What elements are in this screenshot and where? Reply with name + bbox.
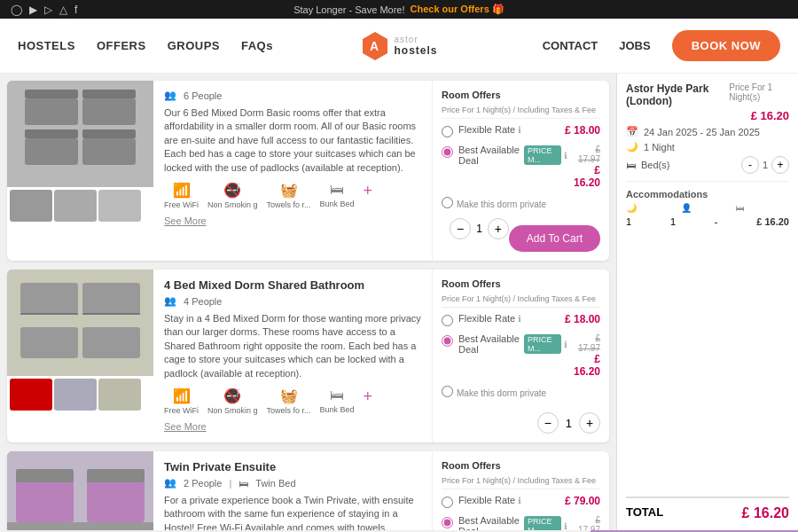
flexible-rate-2: Flexible Rate ℹ £ 18.00 bbox=[442, 313, 600, 326]
room-thumb-1c[interactable] bbox=[98, 190, 141, 222]
nav-faqs[interactable]: FAQs bbox=[241, 39, 273, 52]
svg-rect-7 bbox=[25, 138, 78, 165]
qty-minus-2[interactable]: − bbox=[537, 412, 559, 434]
accom-icons-header: 🌙 👤 🛏 bbox=[626, 203, 789, 213]
svg-text:A: A bbox=[370, 39, 379, 53]
topbar-offer-link[interactable]: Check our Offers 🎁 bbox=[411, 4, 505, 15]
main-content: 👥 6 People Our 6 Bed Mixed Dorm Basic ro… bbox=[0, 74, 798, 530]
tiktok-icon[interactable]: ▶ bbox=[29, 4, 37, 16]
best-deal-prices-1: £ 17.97 £ 16.20 bbox=[573, 145, 600, 189]
best-deal-radio-1[interactable] bbox=[442, 146, 453, 158]
sidebar-nights-row: 🌙 1 Night bbox=[626, 141, 789, 153]
svg-rect-21 bbox=[16, 469, 74, 482]
best-deal-info-icon-1[interactable]: ℹ bbox=[564, 151, 567, 160]
make-private-1[interactable]: Make this dorm private bbox=[457, 200, 546, 209]
svg-rect-3 bbox=[25, 98, 78, 125]
nav-contact[interactable]: CONTACT bbox=[543, 39, 598, 52]
offers-title-3: Room Offers bbox=[442, 460, 600, 471]
qty-minus-sidebar-1[interactable]: − bbox=[450, 218, 471, 239]
flexible-info-icon-3[interactable]: ℹ bbox=[518, 496, 521, 505]
total-price: £ 16.20 bbox=[742, 505, 789, 521]
best-deal-prices-2: £ 17.97 £ 16.20 bbox=[573, 333, 600, 378]
accom-val-nights: 1 bbox=[626, 216, 631, 227]
room-images-1 bbox=[7, 81, 153, 261]
svg-rect-15 bbox=[82, 327, 140, 358]
svg-rect-10 bbox=[82, 129, 136, 138]
bedtype-accom-icon: 🛏 bbox=[736, 203, 745, 213]
pinterest-icon[interactable]: △ bbox=[59, 4, 67, 16]
room-capacity-2: 👥 4 People bbox=[164, 295, 421, 307]
flexible-rate-radio-2[interactable] bbox=[442, 315, 453, 326]
moon-accom-icon: 🌙 bbox=[626, 203, 637, 213]
qty-minus-sidebar[interactable]: - bbox=[741, 156, 759, 174]
add-to-cart-button-1[interactable]: Add To Cart bbox=[509, 225, 600, 252]
flexible-rate-radio-3[interactable] bbox=[442, 497, 453, 508]
sidebar-dates-row: 📅 24 Jan 2025 - 25 Jan 2025 bbox=[626, 126, 789, 137]
see-more-1[interactable]: See More bbox=[164, 215, 207, 226]
make-private-row-1: Make this dorm private bbox=[442, 196, 600, 209]
amenity-more-1[interactable]: + bbox=[364, 182, 373, 209]
room-offers-2: Room Offers Price For 1 Night(s) / Inclu… bbox=[432, 270, 609, 442]
flexible-info-icon-2[interactable]: ℹ bbox=[518, 314, 521, 324]
room-thumb-2a[interactable] bbox=[10, 379, 52, 411]
nav-jobs[interactable]: JOBS bbox=[619, 39, 650, 52]
room-capacity-3: 👥 2 People | 🛏 Twin Bed bbox=[164, 477, 421, 489]
best-deal-prices-3: £ 17.97 £ 71.10 bbox=[573, 515, 600, 530]
flexible-price-2: £ 18.00 bbox=[565, 313, 600, 325]
logo: A astor hostels bbox=[361, 30, 438, 62]
room-desc-3: For a private experience book a Twin Pri… bbox=[164, 494, 421, 530]
price-header-2: Price For 1 Night(s) / Including Taxes &… bbox=[442, 294, 600, 308]
nav-groups[interactable]: GROUPS bbox=[168, 39, 220, 52]
best-deal-info-icon-2[interactable]: ℹ bbox=[564, 340, 567, 349]
offers-title-1: Room Offers bbox=[442, 90, 600, 100]
flexible-rate-radio-1[interactable] bbox=[442, 126, 453, 137]
qty-plus-2[interactable]: + bbox=[579, 412, 600, 434]
flexible-rate-label-1: Flexible Rate ℹ bbox=[458, 124, 521, 135]
svg-rect-8 bbox=[25, 129, 78, 138]
amenity-nosmoking-2: 🚭Non Smokin g bbox=[207, 387, 258, 415]
instagram-icon[interactable]: ◯ bbox=[11, 4, 22, 16]
best-deal-info-icon-3[interactable]: ℹ bbox=[564, 521, 567, 531]
qty-plus-sidebar-1[interactable]: + bbox=[488, 218, 509, 239]
qty-plus-sidebar[interactable]: + bbox=[771, 156, 789, 174]
facebook-icon[interactable]: f bbox=[74, 4, 77, 16]
room-main-image-2 bbox=[7, 270, 153, 376]
accom-price: £ 16.20 bbox=[756, 216, 789, 227]
make-private-radio-1[interactable] bbox=[442, 197, 453, 208]
nav-hostels[interactable]: HOSTELS bbox=[18, 39, 75, 52]
room-thumb-1b[interactable] bbox=[54, 190, 97, 222]
best-deal-radio-2[interactable] bbox=[442, 335, 453, 347]
total-label: TOTAL bbox=[626, 505, 663, 521]
make-private-radio-2[interactable] bbox=[442, 386, 453, 397]
total-row: TOTAL £ 16.20 bbox=[626, 505, 789, 521]
youtube-icon[interactable]: ▷ bbox=[44, 4, 52, 16]
make-private-2[interactable]: Make this dorm private bbox=[457, 388, 546, 398]
accommodations-label: Accommodations bbox=[626, 189, 789, 200]
svg-rect-5 bbox=[82, 98, 136, 125]
qty-control-sidebar-1: − 1 + bbox=[442, 218, 509, 239]
accom-val-bedtype: - bbox=[715, 216, 718, 227]
table-row: Twin Private Ensuite 👥 2 People | 🛏 Twin… bbox=[7, 451, 609, 530]
book-now-button[interactable]: BOOK NOW bbox=[672, 30, 780, 61]
room-thumbnails-2 bbox=[7, 376, 153, 413]
sidebar-beds: Bed(s) bbox=[641, 160, 669, 170]
best-deal-radio-3[interactable] bbox=[442, 517, 453, 528]
sidebar-nights: 1 Night bbox=[644, 142, 675, 153]
qty-value-sidebar: 1 bbox=[763, 160, 768, 170]
best-deal-1: Best Available Deal PRICE M... ℹ £ 17.97… bbox=[442, 145, 600, 189]
best-deal-label-3: Best Available Deal PRICE M... ℹ bbox=[458, 515, 567, 530]
sidebar-price: £ 16.20 bbox=[751, 109, 789, 122]
room-thumb-2b[interactable] bbox=[54, 379, 97, 411]
bed-type-3: Twin Bed bbox=[255, 478, 295, 489]
room-thumb-1a[interactable] bbox=[10, 190, 52, 222]
flexible-info-icon-1[interactable]: ℹ bbox=[518, 125, 521, 135]
bunk-bed-svg-2 bbox=[7, 270, 153, 376]
see-more-2[interactable]: See More bbox=[164, 421, 207, 432]
room-thumb-2c[interactable] bbox=[98, 379, 141, 411]
amenity-more-2[interactable]: + bbox=[364, 387, 373, 415]
room-offers-1: Room Offers Price For 1 Night(s) / Inclu… bbox=[432, 81, 609, 261]
qty-control-2: − 1 + bbox=[442, 412, 600, 434]
top-bar: ◯ ▶ ▷ △ f Stay Longer - Save More! Check… bbox=[0, 0, 798, 19]
nav-offers[interactable]: OFFERS bbox=[97, 39, 146, 52]
room-details-1: 👥 6 People Our 6 Bed Mixed Dorm Basic ro… bbox=[153, 81, 432, 261]
